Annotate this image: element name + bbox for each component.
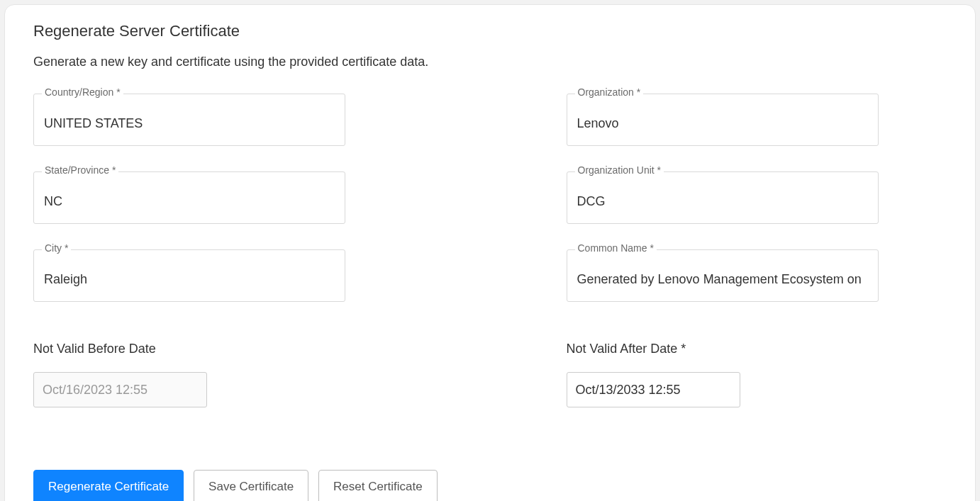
label-country: Country/Region *	[42, 86, 123, 98]
form-grid: Country/Region * Organization * State/Pr…	[33, 94, 947, 302]
field-country: Country/Region *	[33, 94, 345, 146]
input-country[interactable]	[33, 94, 345, 146]
save-button[interactable]: Save Certificate	[194, 470, 308, 501]
input-common-name[interactable]	[567, 249, 879, 302]
input-organization[interactable]	[567, 94, 879, 146]
page-subtitle: Generate a new key and certificate using…	[33, 55, 947, 69]
certificate-form-card: Regenerate Server Certificate Generate a…	[4, 4, 976, 501]
field-city: City *	[33, 249, 345, 302]
label-not-before: Not Valid Before Date	[33, 342, 345, 356]
label-organization: Organization *	[575, 86, 644, 98]
input-state[interactable]	[33, 171, 345, 224]
label-common-name: Common Name *	[575, 242, 657, 254]
regenerate-button[interactable]: Regenerate Certificate	[33, 470, 184, 501]
input-not-after[interactable]	[567, 372, 740, 407]
input-not-before	[33, 372, 207, 407]
field-common-name: Common Name *	[567, 249, 879, 302]
col-not-before: Not Valid Before Date	[33, 342, 345, 407]
label-org-unit: Organization Unit *	[575, 164, 664, 176]
field-state: State/Province *	[33, 171, 345, 224]
label-state: State/Province *	[42, 164, 118, 176]
reset-button[interactable]: Reset Certificate	[318, 470, 438, 501]
page-title: Regenerate Server Certificate	[33, 22, 947, 40]
date-row: Not Valid Before Date Not Valid After Da…	[33, 342, 947, 407]
field-org-unit: Organization Unit *	[567, 171, 879, 224]
input-city[interactable]	[33, 249, 345, 302]
field-organization: Organization *	[567, 94, 879, 146]
button-row: Regenerate Certificate Save Certificate …	[33, 470, 947, 501]
label-city: City *	[42, 242, 71, 254]
label-not-after: Not Valid After Date *	[567, 342, 879, 356]
col-not-after: Not Valid After Date *	[567, 342, 879, 407]
input-org-unit[interactable]	[567, 171, 879, 224]
